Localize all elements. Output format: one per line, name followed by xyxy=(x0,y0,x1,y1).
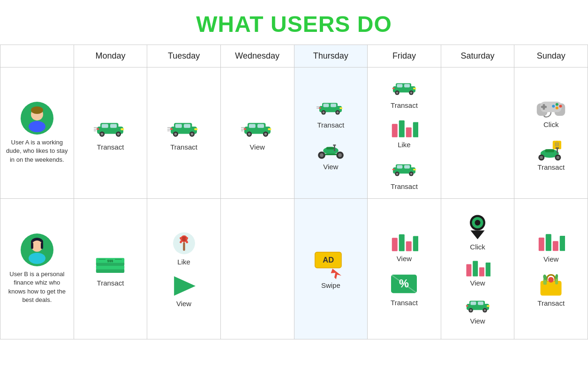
svg-rect-44 xyxy=(324,104,329,107)
svg-rect-119 xyxy=(99,259,106,260)
svg-rect-24 xyxy=(194,128,197,130)
user-b-avatar xyxy=(21,233,53,266)
svg-point-47 xyxy=(323,111,325,113)
col-header-saturday: Saturday xyxy=(441,45,514,68)
svg-point-36 xyxy=(264,133,267,135)
user-b-tuesday-label-2: View xyxy=(176,300,191,308)
user-b-cell: User B is a personal finance whiz who kn… xyxy=(0,199,74,339)
svg-text:AD: AD xyxy=(323,256,334,264)
svg-rect-71 xyxy=(413,88,416,90)
user-a-sunday-label-1: Click xyxy=(543,120,559,128)
user-a-monday-label: Transact xyxy=(97,143,124,151)
svg-rect-99 xyxy=(557,142,557,146)
user-a-desc: User A is a working dude, who likes to s… xyxy=(5,138,69,164)
svg-point-68 xyxy=(396,91,399,94)
svg-rect-74 xyxy=(399,120,405,137)
user-a-thursday: Transact xyxy=(294,68,368,199)
svg-rect-62 xyxy=(324,153,337,155)
gamepad-icon xyxy=(535,95,567,119)
svg-rect-66 xyxy=(404,84,410,87)
svg-marker-133 xyxy=(331,268,341,279)
svg-rect-55 xyxy=(326,147,334,149)
svg-rect-80 xyxy=(404,165,410,168)
user-a-monday: Transact xyxy=(74,68,147,199)
svg-point-1 xyxy=(29,121,45,132)
svg-rect-72 xyxy=(392,88,395,89)
svg-rect-146 xyxy=(473,261,478,277)
svg-rect-32 xyxy=(257,124,264,128)
svg-rect-18 xyxy=(175,124,182,128)
map-pin-icon xyxy=(465,213,490,241)
car-icon-6 xyxy=(390,157,418,180)
scooter-icon xyxy=(316,137,346,161)
svg-point-154 xyxy=(469,309,472,311)
car-icon-3 xyxy=(241,115,274,141)
svg-point-23 xyxy=(191,133,194,135)
bar-chart-icon xyxy=(390,118,418,139)
svg-rect-147 xyxy=(479,267,484,276)
svg-rect-157 xyxy=(487,305,490,307)
svg-rect-65 xyxy=(397,84,402,87)
svg-point-61 xyxy=(338,153,342,157)
user-a-sunday: Click xyxy=(514,68,588,199)
bar-chart-icon-3 xyxy=(465,259,490,277)
svg-rect-158 xyxy=(466,305,468,307)
bar-chart-icon-2 xyxy=(390,232,418,253)
user-b-thursday: AD Swipe xyxy=(294,199,368,339)
svg-rect-85 xyxy=(413,169,416,171)
svg-rect-102 xyxy=(545,149,554,152)
user-b-saturday-label-2: View xyxy=(470,279,485,287)
user-a-friday-label-3: Transact xyxy=(391,182,418,190)
col-header-thursday: Thursday xyxy=(294,45,368,68)
svg-point-106 xyxy=(540,156,543,159)
svg-rect-98 xyxy=(555,142,556,146)
svg-rect-91 xyxy=(541,105,547,108)
svg-point-93 xyxy=(559,105,562,107)
svg-rect-6 xyxy=(110,124,117,128)
user-b-thursday-label: Swipe xyxy=(321,281,340,289)
svg-point-94 xyxy=(552,105,555,107)
user-b-tuesday: Like View xyxy=(147,199,221,339)
ad-swipe-icon: AD xyxy=(313,249,348,279)
user-b-friday-label-2: Transact xyxy=(391,299,418,307)
user-b-saturday-label-1: Click xyxy=(470,243,485,251)
svg-rect-112 xyxy=(41,242,43,249)
user-a-thursday-label-1: Transact xyxy=(317,121,344,129)
svg-marker-129 xyxy=(174,276,196,296)
svg-rect-19 xyxy=(184,124,190,128)
svg-rect-120 xyxy=(115,259,122,260)
user-a-friday-label-2: Like xyxy=(398,141,411,149)
grocery-icon xyxy=(537,271,565,297)
play-icon xyxy=(170,274,198,298)
svg-point-82 xyxy=(396,173,399,175)
svg-rect-57 xyxy=(333,144,336,146)
svg-rect-134 xyxy=(392,238,398,251)
svg-point-156 xyxy=(483,309,486,311)
car-icon-5 xyxy=(390,76,418,99)
svg-rect-161 xyxy=(553,241,558,251)
svg-rect-160 xyxy=(546,234,551,251)
svg-rect-103 xyxy=(557,148,558,153)
svg-point-95 xyxy=(556,106,558,109)
svg-rect-111 xyxy=(31,242,33,249)
svg-rect-135 xyxy=(399,234,405,251)
svg-point-165 xyxy=(548,277,554,283)
svg-point-8 xyxy=(101,133,104,135)
user-a-avatar xyxy=(21,102,53,135)
page-title: WHAT USERS DO xyxy=(0,0,588,45)
svg-rect-31 xyxy=(249,124,255,128)
user-b-tuesday-label-1: Like xyxy=(177,258,190,266)
user-a-friday: Transact Like xyxy=(368,68,441,199)
discount-icon: % xyxy=(389,271,419,297)
user-a-tuesday-label: Transact xyxy=(170,143,197,151)
svg-rect-56 xyxy=(334,145,335,151)
svg-rect-159 xyxy=(539,238,544,251)
svg-rect-136 xyxy=(406,241,412,251)
svg-rect-100 xyxy=(558,142,558,146)
bar-chart-icon-4 xyxy=(537,231,565,253)
col-header-friday: Friday xyxy=(368,45,441,68)
svg-rect-86 xyxy=(392,169,395,170)
svg-rect-151 xyxy=(470,301,476,305)
col-header-user xyxy=(0,45,74,68)
svg-rect-76 xyxy=(413,122,418,137)
